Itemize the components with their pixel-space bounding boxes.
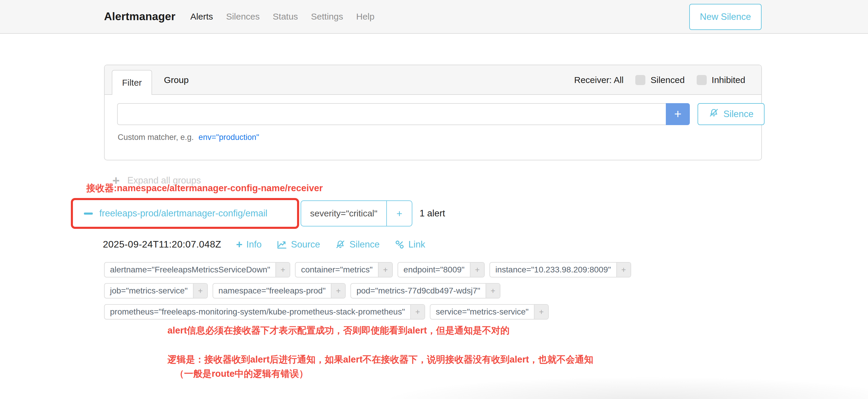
chart-line-icon (277, 239, 287, 250)
add-label-filter-button[interactable]: + (486, 284, 500, 298)
label-tag: namespace="freeleaps-prod" + (213, 283, 346, 299)
matcher-input[interactable] (117, 103, 666, 125)
label-tag-text: pod="metrics-77d9cdb497-wdsj7" (351, 284, 486, 298)
tab-filter[interactable]: Filter (112, 70, 152, 95)
silenced-label: Silenced (650, 75, 684, 85)
matcher-input-group: + (117, 103, 690, 125)
silence-from-filter-button[interactable]: Silence (698, 103, 765, 125)
nav-item-silences[interactable]: Silences (226, 11, 260, 22)
label-tag: prometheus="freeleaps-monitoring-system/… (104, 304, 425, 319)
header-controls: Receiver: All Silenced Inhibited (574, 65, 745, 95)
new-silence-button[interactable]: New Silence (689, 4, 762, 30)
label-row: alertname="FreeleapsMetricsServiceDown" … (104, 262, 697, 277)
inhibited-label: Inhibited (712, 75, 745, 85)
group-matcher-text: severity="critical" (301, 201, 386, 226)
label-tag-text: namespace="freeleaps-prod" (213, 284, 331, 298)
label-row: prometheus="freeleaps-monitoring-system/… (104, 304, 697, 319)
add-label-filter-button[interactable]: + (616, 263, 630, 277)
annotation-logic-note-line1: 逻辑是：接收器收到alert后进行通知，如果alert不在接收器下，说明接收器没… (167, 354, 593, 366)
alert-info-label: Info (246, 239, 262, 250)
label-tag: instance="10.233.98.209:8009" + (490, 262, 631, 277)
plus-icon: + (236, 239, 243, 250)
app-brand: Alertmanager (104, 10, 176, 23)
add-label-filter-button[interactable]: + (470, 263, 484, 277)
alert-silence-button[interactable]: Silence (335, 239, 380, 250)
label-tag: alertname="FreeleapsMetricsServiceDown" … (104, 262, 290, 277)
label-tag-text: instance="10.233.98.209:8009" (490, 263, 616, 277)
add-group-matcher-button[interactable]: + (386, 201, 412, 226)
alert-link-label: Link (408, 239, 425, 250)
add-label-filter-button[interactable]: + (378, 263, 392, 277)
nav-item-alerts[interactable]: Alerts (190, 11, 213, 22)
nav-item-status[interactable]: Status (273, 11, 298, 22)
silenced-filter-toggle[interactable]: Silenced (635, 75, 684, 85)
inhibited-checkbox[interactable] (696, 75, 707, 85)
matcher-example-link[interactable]: env="production" (198, 133, 259, 142)
nav-item-settings[interactable]: Settings (311, 11, 343, 22)
label-tag-text: endpoint="8009" (398, 263, 470, 277)
matcher-hint-text: Custom matcher, e.g. (118, 133, 194, 142)
bell-slash-icon (709, 108, 719, 121)
annotation-logic-note-line2: （一般是route中的逻辑有错误） (175, 368, 308, 380)
annotation-highlight-box: freeleaps-prod/alertmanager-config/email (71, 198, 299, 229)
silence-button-label: Silence (723, 109, 753, 119)
receiver-group-row: freeleaps-prod/alertmanager-config/email… (71, 198, 445, 229)
label-tag-text: alertname="FreeleapsMetricsServiceDown" (105, 263, 275, 277)
filter-panel-header: Filter Group Receiver: All Silenced Inhi… (105, 65, 761, 95)
alert-source-button[interactable]: Source (277, 239, 320, 250)
alert-silence-label: Silence (349, 239, 380, 250)
alert-timestamp: 2025-09-24T11:20:07.048Z (103, 239, 221, 250)
label-tag-text: service="metrics-service" (430, 305, 534, 319)
nav-links: Alerts Silences Status Settings Help (190, 11, 374, 22)
link-icon (395, 240, 405, 250)
add-label-filter-button[interactable]: + (193, 284, 207, 298)
tab-group[interactable]: Group (159, 65, 194, 95)
inhibited-filter-toggle[interactable]: Inhibited (696, 75, 745, 85)
label-tag-text: container="metrics" (296, 263, 378, 277)
label-tag: job="metrics-service" + (104, 283, 208, 299)
alert-source-label: Source (291, 239, 320, 250)
label-tag-text: job="metrics-service" (105, 284, 193, 298)
receiver-group-link[interactable]: freeleaps-prod/alertmanager-config/email (99, 208, 268, 219)
label-tag: service="metrics-service" + (430, 304, 549, 319)
label-tag: pod="metrics-77d9cdb497-wdsj7" + (350, 283, 500, 299)
screenshot-bottom-shadow (379, 376, 868, 399)
top-navbar: Alertmanager Alerts Silences Status Sett… (0, 0, 868, 34)
label-tag: endpoint="8009" + (398, 262, 485, 277)
add-label-filter-button[interactable]: + (410, 305, 425, 319)
receiver-filter-label[interactable]: Receiver: All (574, 75, 624, 85)
add-label-filter-button[interactable]: + (275, 263, 290, 277)
label-row: job="metrics-service" + namespace="freel… (104, 283, 697, 299)
alert-labels: alertname="FreeleapsMetricsServiceDown" … (104, 262, 697, 325)
add-label-filter-button[interactable]: + (331, 284, 345, 298)
bell-slash-icon (335, 239, 346, 250)
label-tag: container="metrics" + (295, 262, 393, 277)
alert-link-button[interactable]: Link (395, 239, 425, 250)
nav-item-help[interactable]: Help (356, 11, 375, 22)
collapse-minus-icon (84, 213, 93, 215)
annotation-alert-note: alert信息必须在接收器下才表示配置成功，否则即使能看到alert，但是通知是… (167, 324, 509, 337)
add-label-filter-button[interactable]: + (534, 305, 548, 319)
group-matcher-chip: severity="critical" + (301, 201, 412, 226)
filter-panel-body: + Silence Custom matcher, e.g. env="prod… (105, 95, 761, 160)
label-tag-text: prometheus="freeleaps-monitoring-system/… (105, 305, 410, 319)
alert-row: 2025-09-24T11:20:07.048Z + Info Source (103, 239, 425, 250)
add-matcher-button[interactable]: + (666, 103, 690, 125)
silenced-checkbox[interactable] (635, 75, 645, 85)
alert-count: 1 alert (420, 208, 445, 219)
filter-panel: Filter Group Receiver: All Silenced Inhi… (104, 65, 762, 160)
alert-info-button[interactable]: + Info (236, 239, 261, 250)
alertmanager-page: Alertmanager Alerts Silences Status Sett… (0, 0, 868, 399)
annotation-receiver-note: 接收器:namespace/altermanager-config-name/r… (86, 182, 323, 194)
matcher-hint-row: Custom matcher, e.g. env="production" (118, 133, 259, 142)
